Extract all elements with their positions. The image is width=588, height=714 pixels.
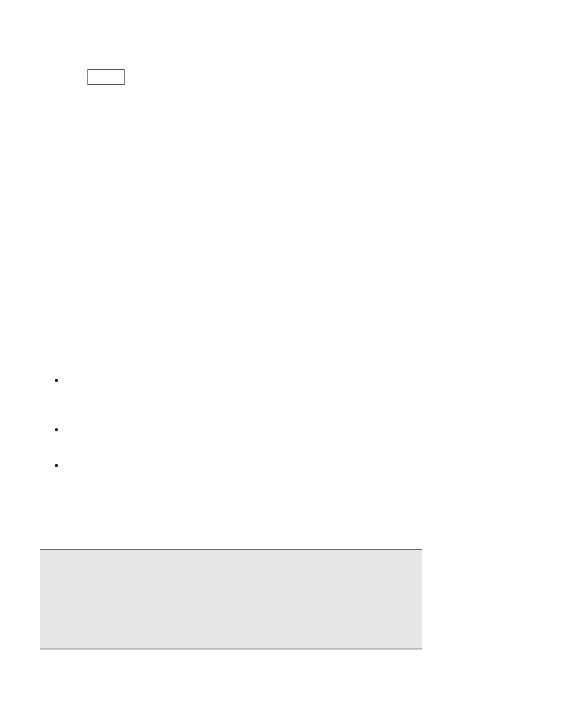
outlined-box [88, 69, 125, 85]
list-item [65, 460, 422, 472]
bullet-list [65, 375, 422, 472]
list-item [65, 375, 422, 387]
list-item [65, 424, 422, 436]
note-block [40, 549, 422, 649]
